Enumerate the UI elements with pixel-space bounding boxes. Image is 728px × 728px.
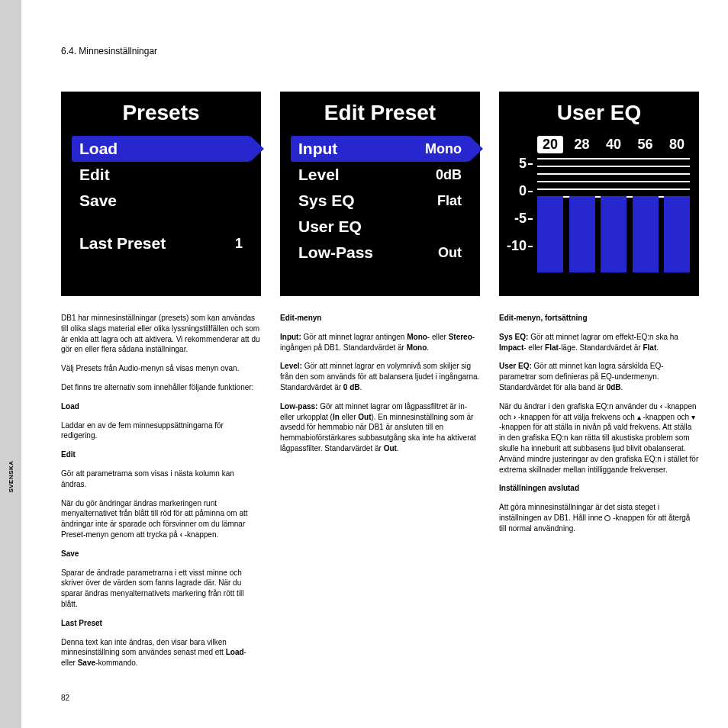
text: -kommando. — [95, 659, 138, 667]
screen-edit-title: Edit Preset — [280, 101, 480, 125]
text-bold: 0 dB — [343, 383, 360, 391]
text: Gör att minnet lagrar en volymnivå som s… — [280, 362, 479, 391]
eq-bar[interactable] — [601, 196, 627, 272]
menu-item-level[interactable]: Level 0dB — [291, 162, 469, 188]
text-bold: Flat — [545, 343, 559, 352]
text: Denna text kan inte ändras, den visar ba… — [61, 638, 227, 657]
col3-body: Edit-menyn, fortsättning Sys EQ: Gör att… — [499, 313, 699, 534]
label-bold: Low-pass: — [280, 402, 317, 411]
text: -läge. Standardvärdet är — [559, 343, 643, 352]
label-bold: Level: — [280, 362, 302, 370]
menu-item-save[interactable]: Save — [72, 188, 250, 214]
text-bold: Flat — [643, 343, 656, 352]
menu-item-label: Load — [79, 136, 118, 162]
text-bold: Impact — [499, 343, 523, 352]
screen-presets-title: Presets — [61, 101, 261, 125]
eq-bars — [537, 196, 690, 272]
eq-bar[interactable] — [664, 196, 690, 272]
text: -knappen. — [182, 530, 218, 539]
column-2: Edit Preset Input Mono Level 0dB Sys EQ … — [280, 92, 480, 677]
text-bold: Out — [358, 413, 371, 421]
para: DB1 har minnesinställningar (presets) so… — [61, 313, 261, 355]
text: -knappen för att välja frekvens och — [516, 413, 636, 421]
eq-tick — [528, 163, 533, 165]
menu-item-label: Input — [298, 136, 337, 162]
eq-bar[interactable] — [569, 196, 595, 272]
text-bold: Out — [384, 444, 397, 453]
eq-y-0: 0 — [504, 183, 527, 199]
text: . — [397, 444, 399, 453]
text-bold: 0dB — [607, 383, 621, 391]
eq-bar[interactable] — [537, 196, 563, 272]
text: När du ändrar i den grafiska EQ:n använd… — [499, 402, 660, 411]
language-side-tab: SVENSKA — [0, 0, 21, 728]
text: - eller — [523, 343, 545, 352]
eq-graph-wrap: 20 28 40 56 80 5 0 -5 -10 — [499, 136, 699, 288]
label-bold: User EQ: — [499, 362, 532, 370]
menu-item-load[interactable]: Load — [72, 136, 250, 162]
para: Level: Gör att minnet lagrar en volymniv… — [280, 361, 480, 392]
subhead-load: Load — [61, 401, 261, 412]
subhead-edit: Edit — [61, 449, 261, 460]
screen-user-eq-title: User EQ — [499, 101, 699, 125]
menu-item-input[interactable]: Input Mono — [291, 136, 469, 162]
para: Gör att parametrarna som visas i nästa k… — [61, 469, 261, 490]
subhead-edit-cont: Edit-menyn, fortsättning — [499, 313, 699, 324]
para: Input: Gör att minnet lagrar antingen Mo… — [280, 332, 480, 353]
menu-item-value: Out — [438, 240, 462, 266]
subhead-save: Save — [61, 549, 261, 559]
menu-item-value: Mono — [425, 136, 462, 162]
menu-item-label: User EQ — [298, 214, 362, 240]
menu-item-value: Flat — [437, 188, 462, 214]
eq-freq-80[interactable]: 80 — [664, 136, 690, 153]
text: -knappen för att ställa in nivån på vald… — [499, 423, 698, 473]
eq-tick — [528, 246, 533, 247]
subhead-last-preset: Last Preset — [61, 618, 261, 629]
text: eller — [340, 413, 358, 421]
text: . — [656, 343, 659, 352]
menu-item-edit[interactable]: Edit — [72, 162, 250, 188]
subhead-done: Inställningen avslutad — [499, 483, 699, 494]
para: När du ändrar i den grafiska EQ:n använd… — [499, 401, 699, 475]
eq-graph — [537, 158, 690, 272]
text: Gör att minnet lagrar om effekt-EQ:n ska… — [528, 333, 678, 341]
para: Välj Presets från Audio-menyn så visas m… — [61, 363, 261, 374]
menu-item-label: Edit — [79, 162, 110, 188]
menu-item-label: Low-Pass — [298, 240, 373, 266]
para: Low-pass: Gör att minnet lagrar om lågpa… — [280, 401, 480, 454]
eq-gridline — [537, 158, 690, 159]
screen-user-eq: User EQ 20 28 40 56 80 5 0 -5 -10 — [499, 92, 699, 296]
last-preset-label: Last Preset — [79, 230, 166, 256]
para: Det finns tre alternativ som innehåller … — [61, 382, 261, 393]
text-bold: Stereo — [449, 333, 472, 341]
column-3: User EQ 20 28 40 56 80 5 0 -5 -10 — [499, 92, 699, 677]
menu-item-sys-eq[interactable]: Sys EQ Flat — [291, 188, 469, 214]
text-bold: Load — [226, 648, 244, 656]
para: Att göra minnesinställningar är det sist… — [499, 502, 699, 533]
menu-item-last-preset: Last Preset 1 — [72, 230, 250, 256]
eq-freq-28[interactable]: 28 — [569, 136, 595, 153]
eq-y-5: 5 — [504, 156, 527, 172]
para: Denna text kan inte ändras, den visar ba… — [61, 637, 261, 668]
column-1: Presets Load Edit Save Last Preset 1 DB1… — [61, 92, 261, 677]
eq-freq-20[interactable]: 20 — [537, 136, 563, 153]
text-bold: In — [333, 413, 340, 421]
eq-gridline — [537, 181, 690, 182]
text-bold: Save — [78, 659, 95, 667]
eq-bar[interactable] — [633, 196, 659, 272]
eq-gridline — [537, 166, 690, 167]
menu-item-user-eq[interactable]: User EQ — [291, 214, 469, 240]
para: User EQ: Gör att minnet kan lagra särski… — [499, 361, 699, 392]
para: När du gör ändringar ändras markeringen … — [61, 498, 261, 540]
text: - eller — [427, 333, 449, 341]
text-bold: Mono — [407, 333, 427, 341]
text-bold: Mono — [407, 343, 427, 352]
eq-freq-56[interactable]: 56 — [633, 136, 659, 153]
menu-item-label: Save — [79, 188, 117, 214]
para: Sys EQ: Gör att minnet lagrar om effekt-… — [499, 332, 699, 353]
eq-freq-40[interactable]: 40 — [601, 136, 627, 153]
eq-y-neg5: -5 — [504, 211, 527, 227]
menu-item-low-pass[interactable]: Low-Pass Out — [291, 240, 469, 266]
label-bold: Sys EQ: — [499, 333, 528, 341]
subhead-edit-menu: Edit-menyn — [280, 313, 480, 324]
